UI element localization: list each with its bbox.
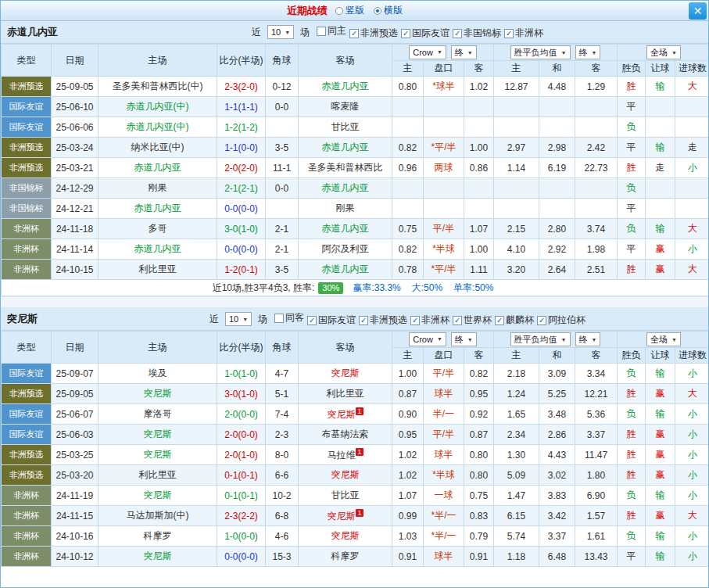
away-team[interactable]: 甘比亚 [331,121,360,132]
dropdown-Crow[interactable]: Crow▼ [409,45,446,59]
home-team[interactable]: 埃及 [149,368,167,378]
away-team[interactable]: 刚果 [336,203,355,213]
away-team[interactable]: 突尼斯 [327,409,355,420]
away-team[interactable]: 利比里亚 [327,388,364,399]
filter-checkbox[interactable]: ✓国际友谊 [307,314,356,327]
asian-handicap-line: 一球 [424,486,464,506]
away-team[interactable]: 赤道几内亚 [322,182,369,193]
dropdown-胜平负均值[interactable]: 胜平负均值▼ [510,332,571,346]
dropdown-Crow[interactable]: Crow▼ [409,332,446,346]
filter-bar: 近 10 ▼ 场 同客✓国际友谊✓非洲预选✓非洲杯✓世界杯✓麒麟杯✓阿拉伯杯 [93,311,702,327]
filter-checkbox[interactable]: ✓非洲预选 [359,314,407,327]
away-team[interactable]: 突尼斯 [331,368,360,378]
dropdown-全场[interactable]: 全场▼ [646,332,681,346]
euro-away-odds: 3.34 [575,364,618,384]
layout-radio-横版[interactable]: 横版 [374,4,403,17]
match-date: 24-10-12 [52,547,98,567]
away-team[interactable]: 突尼斯 [331,469,360,480]
dropdown-终[interactable]: 终▼ [575,332,601,346]
home-team[interactable]: 马达加斯加(中) [127,510,189,521]
away-team[interactable]: 突尼斯 [331,530,360,541]
filter-checkbox[interactable]: ✓非洲杯 [504,27,543,40]
score: 2-0(2-0) [224,163,258,174]
home-team[interactable]: 圣多美和普林西比(中) [113,81,203,91]
match-date: 24-11-15 [52,506,98,526]
home-team[interactable]: 突尼斯 [144,388,172,399]
handicap-result: 输 [646,404,675,425]
away-team[interactable]: 突尼斯 [327,511,355,522]
home-team[interactable]: 利比里亚 [139,469,177,480]
column-subheader: 进球数 [675,61,709,77]
filter-checkbox[interactable]: ✓非洲预选 [349,27,398,40]
home-team[interactable]: 纳米比亚(中) [131,142,184,152]
away-team-cell: 喀麦隆 [299,97,392,117]
away-team[interactable]: 赤道几内亚 [322,142,369,152]
away-team-cell: 布基纳法索 [299,425,392,445]
home-team[interactable]: 突尼斯 [144,428,172,439]
handicap-result: 赢 [646,465,675,486]
filter-checkbox[interactable]: 同主 [317,24,346,38]
results-table: 类型日期主场比分(半场)角球客场Crow▼终▼胜平负均值▼终▼全场▼ 主盘口客主… [1,44,709,296]
home-team[interactable]: 多哥 [149,223,167,234]
away-team[interactable]: 科摩罗 [331,550,360,561]
goals-result: 小 [675,547,709,567]
home-team[interactable]: 赤道几内亚(中) [127,121,189,132]
filter-checkbox[interactable]: ✓国际友谊 [401,27,449,40]
home-team[interactable]: 赤道几内亚 [134,243,181,254]
matches-label: 场 [258,313,267,326]
match-count-select[interactable]: 10 ▼ [267,25,294,39]
euro-away-odds: 1.57 [575,506,618,526]
home-team[interactable]: 赤道几内亚 [134,203,181,213]
euro-home-odds: 2.34 [494,425,539,445]
corners-cell: 6-6 [266,465,299,486]
home-team[interactable]: 突尼斯 [144,550,172,561]
filter-checkbox[interactable]: ✓非国锦标 [453,27,501,40]
away-team[interactable]: 甘比亚 [331,489,360,500]
home-team[interactable]: 赤道几内亚 [134,162,181,173]
filter-checkbox[interactable]: ✓麒麟杯 [495,314,534,327]
column-header: 主场 [98,332,217,364]
away-team[interactable]: 圣多美和普林西比 [308,162,383,173]
dropdown-终[interactable]: 终▼ [451,332,477,346]
asian-home-odds: 0.82 [392,239,424,260]
away-team[interactable]: 布基纳法索 [322,428,369,439]
away-team[interactable]: 喀麦隆 [331,101,360,112]
dropdown-终[interactable]: 终▼ [575,45,601,59]
home-team[interactable]: 摩洛哥 [144,408,172,419]
match-count-select[interactable]: 10 ▼ [225,312,252,326]
filter-checkbox[interactable]: ✓世界杯 [453,314,492,327]
home-team[interactable]: 赤道几内亚(中) [127,101,189,112]
away-team[interactable]: 马拉维 [327,450,355,461]
home-team[interactable]: 利比里亚 [139,264,177,274]
away-team[interactable]: 赤道几内亚 [322,81,369,91]
dropdown-终[interactable]: 终▼ [451,45,477,59]
dropdown-全场[interactable]: 全场▼ [646,45,681,59]
asian-away-odds: 0.83 [464,506,494,526]
layout-radio-竖版[interactable]: 竖版 [335,4,364,17]
away-team[interactable]: 赤道几内亚 [322,264,369,274]
filter-checkbox[interactable]: ✓阿拉伯杯 [537,314,585,327]
filter-checkbox[interactable]: 同客 [274,311,304,324]
away-team[interactable]: 赤道几内亚 [322,223,369,234]
score: 2-3(2-0) [224,81,258,92]
score-cell: 1-2(0-1) [217,260,266,280]
away-team[interactable]: 阿尔及利亚 [322,243,369,254]
dropdown-胜平负均值[interactable]: 胜平负均值▼ [510,45,571,59]
chevron-down-icon: ▼ [671,337,677,342]
column-subheader: 主 [494,348,539,364]
euro-away-odds: 5.36 [575,404,618,425]
handicap-result: 输 [646,547,675,567]
asian-handicap-line: *平/半 [424,260,464,280]
match-row: 国际友谊25-06-10赤道几内亚(中)1-1(1-1)0-0喀麦隆平 [2,97,709,117]
filter-checkbox[interactable]: ✓非洲杯 [410,314,449,327]
corners-cell [266,117,299,138]
home-team[interactable]: 突尼斯 [144,449,172,460]
home-team[interactable]: 突尼斯 [144,489,172,500]
euro-draw-odds: 3.02 [539,465,575,486]
euro-draw-odds [539,178,575,199]
home-team[interactable]: 刚果 [149,182,167,193]
home-team[interactable]: 科摩罗 [144,530,172,541]
match-type-cell: 国际友谊 [2,425,52,445]
close-button[interactable]: ✕ [689,2,707,20]
euro-away-odds [575,117,618,138]
